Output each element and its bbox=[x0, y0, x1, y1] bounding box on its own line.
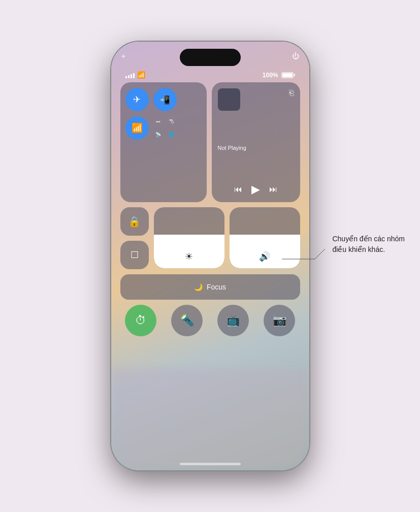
focus-button[interactable]: 🌙 Focus bbox=[120, 274, 300, 300]
airdrop-button[interactable]: 📲 bbox=[153, 88, 177, 111]
sliders-area: ☀ 🔊 ♥ ♫ 📶 bbox=[154, 207, 300, 269]
power-button[interactable]: ⏻ bbox=[292, 52, 299, 60]
battery-icon bbox=[281, 72, 295, 78]
vpn-icon: 📡 bbox=[155, 132, 161, 137]
signal-bars bbox=[125, 72, 135, 78]
now-playing-panel: ⎗ Not Playing ⏮ ▶ ⏭ bbox=[212, 82, 300, 202]
annotation-text: Chuyển đến các nhómđiều khiển khác. bbox=[332, 234, 405, 255]
now-playing-title: Not Playing bbox=[218, 145, 294, 151]
remote-icon: 📺 bbox=[227, 314, 240, 327]
wifi-icon: 📶 bbox=[137, 71, 145, 79]
remote-button[interactable]: 📺 bbox=[217, 305, 249, 336]
home-indicator[interactable] bbox=[180, 463, 241, 465]
now-playing-top: ⎗ bbox=[218, 88, 294, 111]
playback-controls: ⏮ ▶ ⏭ bbox=[218, 183, 294, 196]
screen-mirror-button[interactable]: ☐ bbox=[120, 241, 149, 269]
album-art bbox=[218, 88, 240, 111]
timer-button[interactable]: ⏱ bbox=[125, 305, 156, 336]
brightness-icon: ☀ bbox=[154, 251, 224, 262]
connectivity-sub-grid: ▪▪▪ ⮷ 📡 🌐 bbox=[153, 116, 177, 140]
screen-lock-button[interactable]: 🔒 bbox=[120, 207, 149, 236]
camera-button[interactable]: 📷 bbox=[264, 305, 295, 336]
volume-icon: 🔊 bbox=[230, 251, 300, 262]
connectivity-panel: ✈ 📲 📶 bbox=[120, 82, 207, 202]
wifi-ctrl-icon: 📶 bbox=[132, 122, 143, 134]
flashlight-icon: 🔦 bbox=[180, 314, 194, 327]
airplay-icon[interactable]: ⎗ bbox=[289, 88, 294, 98]
wifi-button[interactable]: 📶 bbox=[125, 116, 149, 140]
brightness-slider[interactable]: ☀ bbox=[154, 207, 224, 268]
camera-icon: 📷 bbox=[273, 314, 286, 327]
globe-button[interactable]: 🌐 bbox=[166, 129, 177, 140]
row-focus: 🌙 Focus bbox=[120, 274, 300, 300]
play-button[interactable]: ▶ bbox=[251, 183, 260, 196]
row-tools: ⏱ 🔦 📺 📷 bbox=[120, 305, 300, 336]
row-connectivity-nowplaying: ✈ 📲 📶 bbox=[120, 82, 300, 202]
control-center: ✈ 📲 📶 bbox=[120, 82, 300, 336]
bottom-background bbox=[111, 369, 309, 470]
airplane-mode-button[interactable]: ✈ bbox=[125, 88, 149, 111]
flashlight-button[interactable]: 🔦 bbox=[171, 305, 203, 336]
airplane-icon: ✈ bbox=[133, 94, 141, 105]
battery-percentage: 100% bbox=[263, 72, 278, 79]
cellular-icon: ▪▪▪ bbox=[156, 119, 160, 124]
airdrop-icon: 📲 bbox=[160, 95, 170, 105]
signal-wifi-group: 📶 bbox=[125, 71, 145, 79]
cellular-button[interactable]: ▪▪▪ bbox=[153, 116, 164, 127]
focus-moon-icon: 🌙 bbox=[194, 283, 203, 291]
dynamic-island bbox=[180, 49, 241, 66]
scene: 📶 100% + ⏻ bbox=[0, 0, 420, 512]
status-right: 100% bbox=[263, 72, 295, 79]
add-button[interactable]: + bbox=[121, 52, 126, 61]
svg-line-1 bbox=[315, 249, 325, 259]
phone: 📶 100% + ⏻ bbox=[111, 42, 309, 470]
forward-button[interactable]: ⏭ bbox=[269, 185, 277, 194]
bluetooth-button[interactable]: ⮷ bbox=[166, 116, 177, 127]
screen-lock-icon: 🔒 bbox=[128, 215, 141, 228]
row-sliders: 🔒 ☐ ☀ 🔊 bbox=[120, 207, 300, 269]
vpn-button[interactable]: 📡 bbox=[153, 129, 164, 140]
rewind-button[interactable]: ⏮ bbox=[234, 185, 242, 194]
globe-icon: 🌐 bbox=[169, 132, 174, 137]
timer-icon: ⏱ bbox=[135, 314, 146, 327]
bluetooth-icon: ⮷ bbox=[169, 119, 174, 124]
focus-label: Focus bbox=[207, 283, 226, 291]
screen-mirror-icon: ☐ bbox=[131, 249, 139, 261]
status-bar: 📶 100% bbox=[111, 71, 309, 79]
volume-slider[interactable]: 🔊 ♥ ♫ 📶 bbox=[230, 207, 300, 268]
